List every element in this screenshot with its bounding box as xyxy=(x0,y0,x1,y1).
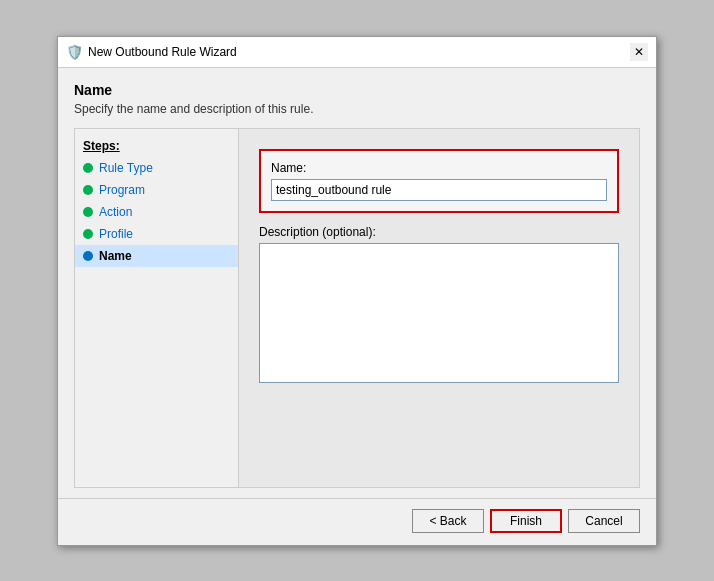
dot-icon-rule-type xyxy=(83,163,93,173)
sidebar-label-rule-type: Rule Type xyxy=(99,161,153,175)
window-icon: 🛡️ xyxy=(66,44,82,60)
content-area: Name Specify the name and description of… xyxy=(58,68,656,498)
name-input[interactable] xyxy=(271,179,607,201)
sidebar-item-rule-type[interactable]: Rule Type xyxy=(75,157,238,179)
description-textarea[interactable] xyxy=(259,243,619,383)
sidebar-item-action[interactable]: Action xyxy=(75,201,238,223)
cancel-button[interactable]: Cancel xyxy=(568,509,640,533)
name-box: Name: xyxy=(259,149,619,213)
page-title: Name xyxy=(74,82,640,98)
sidebar-label-profile: Profile xyxy=(99,227,133,241)
sidebar-header: Steps: xyxy=(75,135,238,157)
button-bar: < Back Finish Cancel xyxy=(58,498,656,545)
desc-label: Description (optional): xyxy=(259,225,619,239)
wizard-window: 🛡️ New Outbound Rule Wizard ✕ Name Speci… xyxy=(57,36,657,546)
page-subtitle: Specify the name and description of this… xyxy=(74,102,640,116)
sidebar-item-program[interactable]: Program xyxy=(75,179,238,201)
dot-icon-action xyxy=(83,207,93,217)
main-layout: Steps: Rule Type Program Action Profile xyxy=(74,128,640,488)
sidebar-label-action: Action xyxy=(99,205,132,219)
dot-icon-program xyxy=(83,185,93,195)
close-button[interactable]: ✕ xyxy=(630,43,648,61)
title-bar: 🛡️ New Outbound Rule Wizard ✕ xyxy=(58,37,656,68)
form-panel: Name: Description (optional): xyxy=(239,128,640,488)
window-title: New Outbound Rule Wizard xyxy=(88,45,624,59)
dot-icon-profile xyxy=(83,229,93,239)
sidebar-label-name: Name xyxy=(99,249,132,263)
sidebar-label-program: Program xyxy=(99,183,145,197)
name-label: Name: xyxy=(271,161,607,175)
finish-button[interactable]: Finish xyxy=(490,509,562,533)
sidebar: Steps: Rule Type Program Action Profile xyxy=(74,128,239,488)
sidebar-item-name[interactable]: Name xyxy=(75,245,238,267)
sidebar-item-profile[interactable]: Profile xyxy=(75,223,238,245)
back-button[interactable]: < Back xyxy=(412,509,484,533)
dot-icon-name xyxy=(83,251,93,261)
